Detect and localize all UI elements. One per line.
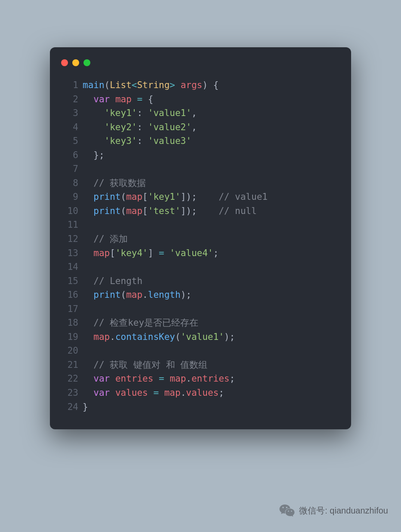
line-number: 5 [61, 134, 78, 148]
code-line: 7 [61, 162, 340, 176]
line-content [83, 344, 340, 358]
line-content: // 检查key是否已经存在 [83, 316, 340, 330]
line-content: 'key2': 'value2', [83, 120, 340, 135]
line-number: 4 [61, 120, 78, 135]
line-content: }; [83, 148, 340, 162]
code-line: 24} [61, 400, 340, 414]
line-number: 6 [61, 148, 78, 162]
line-number: 17 [61, 302, 78, 316]
line-number: 19 [61, 330, 78, 344]
line-number: 14 [61, 260, 78, 274]
line-number: 12 [61, 232, 78, 246]
close-icon[interactable] [61, 59, 68, 66]
line-number: 20 [61, 344, 78, 358]
line-content: map.containsKey('value1'); [83, 330, 340, 344]
line-number: 24 [61, 400, 78, 414]
line-content: var map = { [83, 92, 340, 107]
code-line: 19 map.containsKey('value1'); [61, 330, 340, 344]
line-content: } [83, 400, 340, 414]
line-content: 'key3': 'value3' [83, 134, 340, 148]
code-line: 12 // 添加 [61, 232, 340, 246]
code-line: 2 var map = { [61, 92, 340, 107]
line-number: 18 [61, 316, 78, 330]
code-line: 9 print(map['key1']); // value1 [61, 190, 340, 204]
zoom-icon[interactable] [83, 59, 90, 66]
line-content: var values = map.values; [83, 386, 340, 400]
wechat-watermark: 微信号: qianduanzhifou [278, 502, 388, 519]
line-content: // 获取数据 [83, 176, 340, 190]
line-content: // 添加 [83, 232, 340, 246]
line-number: 7 [61, 162, 78, 176]
code-line: 11 [61, 218, 340, 232]
code-line: 8 // 获取数据 [61, 176, 340, 190]
code-line: 6 }; [61, 148, 340, 162]
code-line: 15 // Length [61, 274, 340, 288]
window-controls [61, 59, 340, 66]
code-line: 13 map['key4'] = 'value4'; [61, 246, 340, 260]
line-content: print(map['key1']); // value1 [83, 190, 340, 204]
code-line: 3 'key1': 'value1', [61, 106, 340, 120]
line-content: print(map.length); [83, 288, 340, 302]
line-number: 8 [61, 176, 78, 190]
code-line: 10 print(map['test']); // null [61, 204, 340, 218]
line-number: 22 [61, 372, 78, 386]
code-line: 22 var entries = map.entries; [61, 372, 340, 386]
line-content: main(List<String> args) { [83, 78, 340, 92]
line-number: 10 [61, 204, 78, 218]
line-number: 2 [61, 92, 78, 107]
code-line: 18 // 检查key是否已经存在 [61, 316, 340, 330]
line-number: 15 [61, 274, 78, 288]
code-line: 14 [61, 260, 340, 274]
line-content: // Length [83, 274, 340, 288]
code-line: 1main(List<String> args) { [61, 78, 340, 92]
code-line: 21 // 获取 键值对 和 值数组 [61, 358, 340, 372]
line-number: 1 [61, 78, 78, 92]
line-content [83, 162, 340, 176]
line-content: map['key4'] = 'value4'; [83, 246, 340, 260]
code-block: 1main(List<String> args) {2 var map = {3… [61, 78, 340, 414]
code-line: 17 [61, 302, 340, 316]
line-number: 21 [61, 358, 78, 372]
line-content [83, 260, 340, 274]
line-content: 'key1': 'value1', [83, 106, 340, 120]
line-number: 23 [61, 386, 78, 400]
code-line: 4 'key2': 'value2', [61, 120, 340, 135]
wechat-icon [278, 502, 296, 519]
line-number: 3 [61, 106, 78, 120]
line-content: print(map['test']); // null [83, 204, 340, 218]
line-content [83, 302, 340, 316]
code-line: 20 [61, 344, 340, 358]
minimize-icon[interactable] [72, 59, 79, 66]
line-number: 9 [61, 190, 78, 204]
line-number: 16 [61, 288, 78, 302]
code-line: 5 'key3': 'value3' [61, 134, 340, 148]
wechat-label: 微信号: qianduanzhifou [299, 505, 388, 517]
code-window: 1main(List<String> args) {2 var map = {3… [50, 47, 351, 429]
line-number: 13 [61, 246, 78, 260]
line-content: var entries = map.entries; [83, 372, 340, 386]
code-line: 23 var values = map.values; [61, 386, 340, 400]
code-line: 16 print(map.length); [61, 288, 340, 302]
line-number: 11 [61, 218, 78, 232]
line-content: // 获取 键值对 和 值数组 [83, 358, 340, 372]
line-content [83, 218, 340, 232]
